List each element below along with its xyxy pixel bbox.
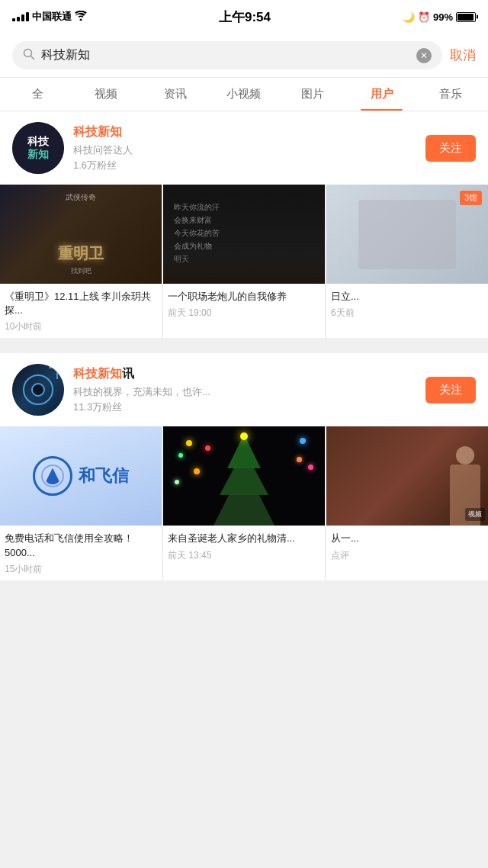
video-thumb-2-2: [163, 426, 325, 526]
alarm-icon: ⏰: [418, 11, 430, 23]
search-query: 科技新知: [41, 47, 410, 63]
user-header-2: 科技新知讯 科技的视界，充满未知，也许... 11.3万粉丝 关注: [0, 353, 488, 426]
svg-line-1: [31, 56, 34, 59]
video-title-2-2: 来自圣诞老人家乡的礼物清...: [168, 532, 320, 545]
video-thumb-1-1: 重明卫 找到吧 武侠传奇: [0, 185, 162, 284]
user-name-2: 科技新知讯: [73, 366, 416, 382]
video-title-1-2: 一个职场老炮儿的自我修养: [168, 290, 320, 304]
video-title-2-3: 从一...: [331, 532, 483, 545]
video-info-2-1: 免费电话和飞信使用全攻略！5000... 15小时前: [0, 526, 162, 580]
video-thumb-1-3: 3馆: [326, 185, 488, 284]
video-info-2-2: 来自圣诞老人家乡的礼物清... 前天 13:45: [163, 526, 325, 566]
video-item-2-2[interactable]: 来自圣诞老人家乡的礼物清... 前天 13:45: [163, 426, 325, 580]
status-right: 🌙 ⏰ 99%: [403, 11, 476, 23]
video-time-1-1: 10小时前: [5, 320, 157, 333]
video-thumb-1-2: 昨天你流的汗 会换来财富 今天你花的苦 会成为礼物 明天: [163, 185, 325, 284]
tab-all[interactable]: 全: [3, 78, 72, 111]
follow-button-1[interactable]: 关注: [425, 135, 476, 162]
user-header-1: 科技 新知 科技新知 科技问答达人 1.6万粉丝 关注: [0, 111, 488, 185]
video-item-2-3[interactable]: 视频 从一... 点评: [326, 426, 488, 580]
video-item-1-3[interactable]: 3馆 日立... 6天前: [326, 185, 488, 338]
video-info-1-1: 《重明卫》12.11上线 李川余玥共探... 10小时前: [0, 284, 162, 338]
user-fans-2: 11.3万粉丝: [73, 400, 416, 414]
carrier-label: 中国联通: [32, 10, 72, 24]
user-fans-1: 1.6万粉丝: [73, 159, 416, 172]
moon-icon: 🌙: [403, 11, 415, 23]
status-left: 中国联通: [12, 10, 87, 24]
user-info-2: 科技新知讯 科技的视界，充满未知，也许... 11.3万粉丝: [73, 366, 416, 414]
user-card-2: 科技新知讯 科技的视界，充满未知，也许... 11.3万粉丝 关注 和飞信 免费…: [0, 353, 488, 580]
search-clear-button[interactable]: ✕: [416, 48, 432, 63]
tab-bar: 全 视频 资讯 小视频 图片 用户 音乐: [0, 78, 488, 111]
tab-news[interactable]: 资讯: [141, 78, 210, 111]
avatar-1: 科技 新知: [12, 122, 64, 174]
battery-label: 99%: [433, 11, 453, 23]
video-thumb-2-3: 视频: [326, 426, 488, 526]
follow-button-2[interactable]: 关注: [425, 377, 476, 403]
watermark-2-3: 视频: [465, 508, 485, 521]
divider-1: [0, 346, 488, 353]
tab-images[interactable]: 图片: [278, 78, 347, 111]
tab-short-video[interactable]: 小视频: [210, 78, 278, 111]
video-info-1-2: 一个职场老炮儿的自我修养 前天 19:00: [163, 284, 325, 324]
video-time-2-3: 点评: [331, 549, 483, 562]
video-item-2-1[interactable]: 和飞信 免费电话和飞信使用全攻略！5000... 15小时前: [0, 426, 162, 580]
video-title-2-1: 免费电话和飞信使用全攻略！5000...: [5, 532, 157, 559]
user-name-1: 科技新知: [73, 124, 416, 140]
video-info-2-3: 从一... 点评: [326, 526, 488, 566]
video-info-1-3: 日立... 6天前: [326, 284, 488, 324]
status-time: 上午9:54: [219, 8, 271, 26]
tab-users[interactable]: 用户: [347, 78, 416, 111]
search-input-wrap[interactable]: 科技新知 ✕: [12, 41, 442, 69]
tab-video[interactable]: 视频: [72, 78, 140, 111]
status-bar: 中国联通 上午9:54 🌙 ⏰ 99%: [0, 0, 488, 34]
video-thumb-2-1: 和飞信: [0, 426, 162, 526]
video-time-1-2: 前天 19:00: [168, 307, 320, 320]
search-bar: 科技新知 ✕ 取消: [0, 34, 488, 78]
signal-icon: [12, 12, 29, 21]
search-icon: [23, 48, 35, 63]
video-time-1-3: 6天前: [331, 307, 483, 320]
user-card-1: 科技 新知 科技新知 科技问答达人 1.6万粉丝 关注 重明卫 找到吧 武侠传奇: [0, 111, 488, 338]
user-desc-2: 科技的视界，充满未知，也许...: [73, 385, 416, 399]
video-time-2-2: 前天 13:45: [168, 549, 320, 562]
video-grid-1: 重明卫 找到吧 武侠传奇 《重明卫》12.11上线 李川余玥共探... 10小时…: [0, 185, 488, 338]
avatar-2: [12, 364, 64, 416]
video-item-1-1[interactable]: 重明卫 找到吧 武侠传奇 《重明卫》12.11上线 李川余玥共探... 10小时…: [0, 185, 162, 338]
video-grid-2: 和飞信 免费电话和飞信使用全攻略！5000... 15小时前: [0, 426, 488, 580]
video-time-2-1: 15小时前: [5, 563, 157, 576]
video-item-1-2[interactable]: 昨天你流的汗 会换来财富 今天你花的苦 会成为礼物 明天 一个职场老炮儿的自我修…: [163, 185, 325, 338]
video-tag-1-3: 3馆: [460, 191, 482, 205]
video-title-1-1: 《重明卫》12.11上线 李川余玥共探...: [5, 290, 157, 317]
tab-music[interactable]: 音乐: [416, 78, 485, 111]
video-title-1-3: 日立...: [331, 290, 483, 304]
wifi-icon: [75, 11, 87, 23]
cancel-button[interactable]: 取消: [450, 47, 476, 64]
battery-icon: [456, 12, 476, 22]
user-desc-1: 科技问答达人: [73, 143, 416, 157]
user-info-1: 科技新知 科技问答达人 1.6万粉丝: [73, 124, 416, 172]
